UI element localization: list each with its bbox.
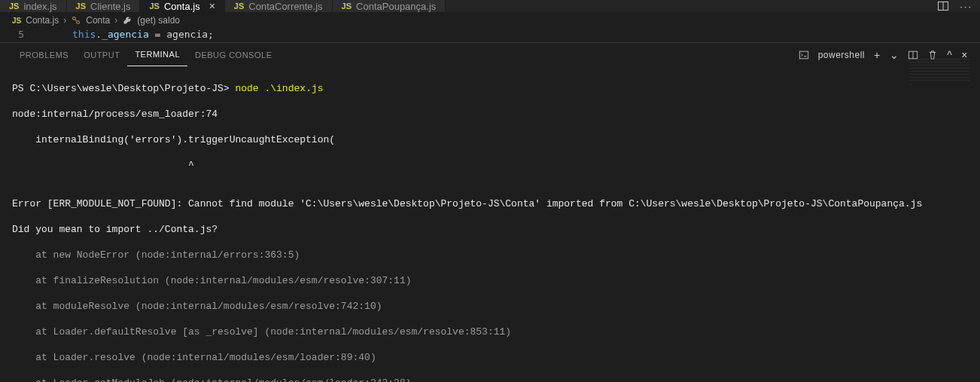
breadcrumb-file: Conta.js	[26, 15, 59, 26]
svg-rect-5	[799, 51, 808, 59]
panel-tab-problems[interactable]: Problems	[12, 43, 76, 66]
minimap[interactable]	[909, 59, 969, 81]
split-editor-icon[interactable]	[937, 0, 949, 12]
panel-tabs: Problems Output Terminal Debug Console p…	[0, 43, 980, 66]
tab-conta-js[interactable]: JS Conta.js ×	[140, 0, 224, 12]
breadcrumb-class: Conta	[86, 15, 110, 26]
close-icon[interactable]: ×	[209, 0, 215, 12]
new-terminal-icon[interactable]: +	[874, 49, 881, 61]
panel-tab-output[interactable]: Output	[76, 43, 127, 66]
js-icon: JS	[9, 2, 19, 11]
editor-tabs: JS index.js JS Cliente.js JS Conta.js × …	[0, 0, 980, 12]
js-icon: JS	[342, 2, 352, 11]
js-icon: JS	[149, 2, 159, 11]
svg-point-3	[77, 21, 80, 24]
breadcrumb-method: (get) saldo	[137, 15, 180, 26]
chevron-down-icon[interactable]: ⌄	[890, 49, 899, 61]
breadcrumb[interactable]: JS Conta.js › Conta › (get) saldo	[0, 12, 980, 29]
tab-contapoupanca-js[interactable]: JS ContaPoupança.js	[333, 0, 446, 12]
svg-line-4	[75, 20, 77, 21]
panel-tab-terminal[interactable]: Terminal	[127, 43, 187, 66]
tab-contacorrente-js[interactable]: JS ContaCorrente.js	[225, 0, 333, 12]
chevron-right-icon: ›	[63, 15, 66, 26]
tab-actions: ···	[930, 0, 980, 12]
svg-point-2	[73, 17, 76, 20]
bottom-panel: Problems Output Terminal Debug Console p…	[0, 42, 980, 382]
js-icon: JS	[12, 17, 21, 25]
panel-tab-debug-console[interactable]: Debug Console	[187, 43, 279, 66]
terminal-output[interactable]: PS C:\Users\wesle\Desktop\Projeto-JS> no…	[0, 66, 980, 382]
chevron-right-icon: ›	[114, 15, 117, 26]
js-icon: JS	[234, 2, 244, 11]
js-icon: JS	[76, 2, 86, 11]
tab-label: Conta.js	[164, 1, 200, 12]
tab-index-js[interactable]: JS index.js	[0, 0, 67, 12]
terminal-shell-icon[interactable]	[799, 50, 809, 60]
class-icon	[71, 15, 81, 26]
tab-label: ContaPoupança.js	[356, 1, 436, 12]
more-icon[interactable]: ···	[960, 1, 972, 12]
tab-cliente-js[interactable]: JS Cliente.js	[67, 0, 141, 12]
tab-label: ContaCorrente.js	[248, 1, 322, 12]
tab-label: index.js	[23, 1, 56, 12]
wrench-icon	[122, 15, 132, 26]
editor-line[interactable]: 5 this._agencia = agencia;	[0, 29, 980, 42]
code-fragment: this._agencia = agencia;	[36, 29, 214, 40]
line-number: 5	[0, 29, 36, 40]
tab-label: Cliente.js	[90, 1, 130, 12]
terminal-shell-label[interactable]: powershell	[818, 50, 865, 60]
